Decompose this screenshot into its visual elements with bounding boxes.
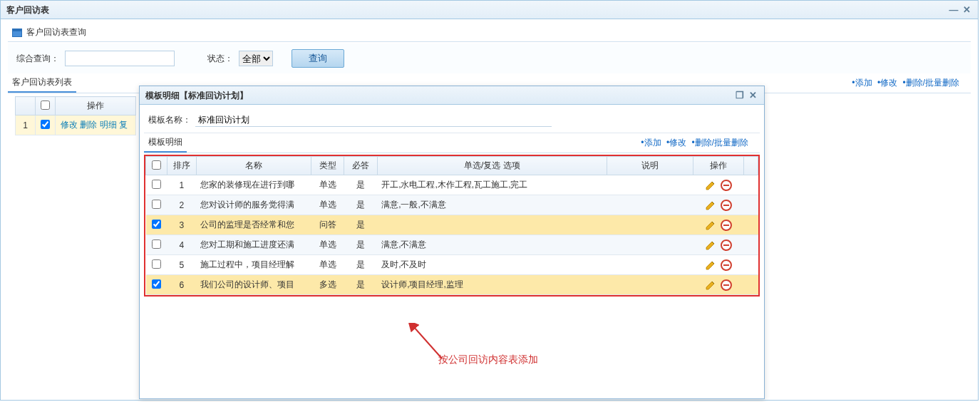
cell-ops [693, 195, 744, 215]
cell-options: 开工,水电工程,木作工程,瓦工施工,完工 [377, 175, 607, 195]
status-label: 状态： [207, 53, 233, 65]
cell-options: 满意,一般,不满意 [377, 195, 607, 215]
detail-section-header-row: 模板明细 •添加 •修改 •删除/批量删除 [144, 133, 760, 153]
dialog-title: 模板明细【标准回访计划】 [145, 86, 248, 105]
template-name-input[interactable] [195, 113, 552, 127]
svg-rect-3 [723, 205, 729, 206]
cell-ops [693, 235, 744, 255]
edit-link[interactable]: •修改 [666, 138, 686, 148]
row-checkbox[interactable] [152, 180, 161, 189]
detail-table-wrap: 排序 名称 类型 必答 单选/复选 选项 说明 操作 1您家的装修现在进行到哪单… [144, 155, 760, 297]
row-checkbox[interactable] [41, 120, 50, 129]
row-checkbox[interactable] [152, 239, 161, 249]
table-row: 1您家的装修现在进行到哪单选是开工,水电工程,木作工程,瓦工施工,完工 [146, 175, 758, 195]
cell-check [36, 115, 56, 135]
col-seq [16, 97, 36, 115]
table-row: 5施工过程中，项目经理解单选是及时,不及时 [146, 255, 758, 275]
edit-link[interactable]: •修改 [877, 78, 897, 88]
svg-rect-5 [723, 225, 729, 226]
delete-link[interactable]: •删除/批量删除 [691, 138, 748, 148]
table-row: 3公司的监理是否经常和您问答是 [146, 215, 758, 235]
col-desc: 说明 [607, 157, 693, 175]
cell-order: 5 [167, 255, 196, 275]
pencil-icon[interactable] [705, 239, 716, 251]
minimize-icon[interactable]: — [948, 4, 959, 16]
cell-desc [607, 255, 693, 275]
row-checkbox[interactable] [152, 259, 161, 269]
delete-link[interactable]: •删除/批量删除 [902, 78, 959, 88]
pencil-icon[interactable] [705, 200, 716, 211]
cell-options: 满意,不满意 [377, 235, 607, 255]
remove-icon[interactable] [721, 200, 732, 211]
header-checkbox[interactable] [41, 100, 50, 110]
col-spacer [743, 157, 758, 175]
col-name: 名称 [196, 157, 311, 175]
cell-type: 单选 [311, 195, 344, 215]
restore-icon[interactable]: ❐ [734, 90, 746, 101]
cell-ops [693, 175, 744, 195]
filter-bar: 综合查询： 状态： 全部 查询 [8, 43, 971, 73]
close-icon[interactable]: ✕ [961, 4, 972, 16]
cell-order: 6 [167, 275, 196, 295]
svg-rect-7 [723, 244, 729, 246]
annotation-text: 按公司回访内容表添加 [438, 354, 538, 366]
cell-required: 是 [344, 275, 377, 295]
cell-check [146, 175, 167, 195]
cell-name: 您对设计师的服务觉得满 [196, 195, 311, 215]
col-type: 类型 [311, 157, 344, 175]
add-link[interactable]: •添加 [852, 78, 872, 88]
cell-type: 单选 [311, 175, 344, 195]
table-row: 6我们公司的设计师、项目多选是设计师,项目经理,监理 [146, 275, 758, 295]
detail-links: •添加 •修改 •删除/批量删除 [638, 137, 760, 149]
cell-ops [693, 215, 744, 235]
table-row: 1 修改 删除 明细 复 [16, 115, 136, 135]
cell-type: 问答 [311, 215, 344, 235]
search-input[interactable] [65, 51, 175, 66]
remove-icon[interactable] [721, 239, 732, 251]
cell-spacer [743, 215, 758, 235]
pencil-icon[interactable] [705, 220, 716, 231]
cell-spacer [743, 235, 758, 255]
remove-icon[interactable] [721, 279, 732, 291]
detail-section-title: 模板明细 [148, 136, 182, 148]
cell-spacer [743, 255, 758, 275]
row-checkbox[interactable] [152, 220, 161, 229]
col-ops: 操作 [56, 97, 136, 115]
header-checkbox[interactable] [152, 160, 161, 170]
cell-order: 1 [167, 175, 196, 195]
cell-desc [607, 275, 693, 295]
status-select[interactable]: 全部 [239, 51, 273, 66]
cell-order: 2 [167, 195, 196, 215]
close-icon[interactable]: ✕ [747, 90, 758, 101]
table-row: 2您对设计师的服务觉得满单选是满意,一般,不满意 [146, 195, 758, 215]
cell-check [146, 255, 167, 275]
pencil-icon[interactable] [705, 180, 716, 191]
add-link[interactable]: •添加 [641, 138, 661, 148]
cell-type: 单选 [311, 255, 344, 275]
cell-desc [607, 195, 693, 215]
query-panel-header: 客户回访表查询 [8, 24, 971, 42]
pencil-icon[interactable] [705, 259, 716, 271]
main-window-title: 客户回访表 [6, 1, 49, 19]
cell-name: 公司的监理是否经常和您 [196, 215, 311, 235]
cell-order: 4 [167, 235, 196, 255]
cell-check [146, 195, 167, 215]
svg-rect-1 [723, 185, 729, 186]
remove-icon[interactable] [721, 180, 732, 191]
query-panel-title: 客户回访表查询 [26, 26, 86, 38]
remove-icon[interactable] [721, 259, 732, 271]
pencil-icon[interactable] [705, 279, 716, 291]
cell-name: 您对工期和施工进度还满 [196, 235, 311, 255]
row-checkbox[interactable] [152, 200, 161, 209]
detail-dialog: 模板明细【标准回访计划】 ❐ ✕ 模板名称： 模板明细 •添加 •修改 •删除/… [139, 86, 765, 399]
cell-check [146, 235, 167, 255]
row-ops-text[interactable]: 修改 删除 明细 复 [61, 120, 128, 130]
cell-name: 施工过程中，项目经理解 [196, 255, 311, 275]
list-panel-links: •添加 •修改 •删除/批量删除 [849, 77, 971, 89]
col-ops: 操作 [693, 157, 744, 175]
remove-icon[interactable] [721, 220, 732, 231]
cell-spacer [743, 175, 758, 195]
query-button[interactable]: 查询 [292, 49, 344, 68]
cell-ops [693, 255, 744, 275]
row-checkbox[interactable] [152, 279, 161, 289]
